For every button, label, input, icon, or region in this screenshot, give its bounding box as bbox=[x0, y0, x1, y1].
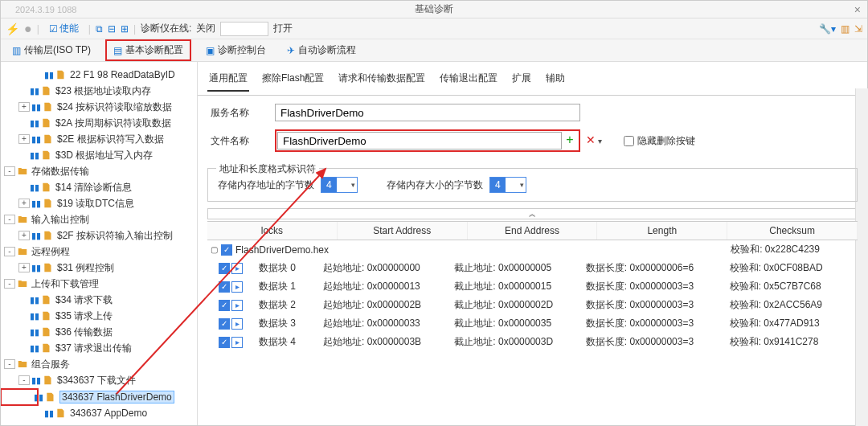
column-header[interactable]: End Address bbox=[468, 222, 598, 240]
layout-icon-2[interactable]: ⊟ bbox=[108, 23, 116, 35]
subtab[interactable]: 通用配置 bbox=[207, 70, 249, 92]
tree-label: $34 请求下载 bbox=[55, 293, 113, 307]
content-panel: 通用配置擦除Flash配置请求和传输数据配置传输退出配置扩展辅助 服务名称 文件… bbox=[198, 62, 867, 425]
tree-item[interactable]: -组合服务 bbox=[1, 356, 197, 372]
tree-item[interactable]: ▮▮$35 请求上传 bbox=[1, 308, 197, 324]
tree-item[interactable]: +▮▮$19 读取DTC信息 bbox=[1, 195, 197, 211]
expand-icon[interactable]: + bbox=[18, 231, 30, 240]
file-icon bbox=[41, 310, 52, 322]
tree-item[interactable]: +▮▮$24 按标识符读取缩放数据 bbox=[1, 99, 197, 115]
column-header[interactable]: Checksum bbox=[727, 222, 858, 240]
tree-item[interactable]: -存储数据传输 bbox=[1, 163, 197, 179]
expand-icon[interactable]: + bbox=[18, 263, 30, 272]
data-block-row[interactable]: ✓▸数据块 1起始地址: 0x00000013截止地址: 0x00000015数… bbox=[207, 277, 858, 296]
file-icon bbox=[41, 150, 52, 161]
tree-item[interactable]: ▮▮22 F1 98 ReadDataByID bbox=[1, 67, 197, 83]
tab-console[interactable]: ▣诊断控制台 bbox=[199, 41, 272, 59]
bolt-icon[interactable]: ⚡ bbox=[6, 23, 19, 35]
tree-item[interactable]: ▮▮343637 AppDemo bbox=[1, 405, 197, 421]
data-block-row[interactable]: ✓▸数据块 2起始地址: 0x0000002B截止地址: 0x0000002D数… bbox=[207, 296, 858, 314]
grid-header: locksStart AddressEnd AddressLengthCheck… bbox=[207, 222, 858, 240]
expand-icon[interactable]: + bbox=[18, 134, 30, 144]
folder-icon bbox=[17, 166, 28, 177]
tree-item[interactable]: ▮▮$23 根据地址读取内存 bbox=[1, 83, 197, 99]
subtab[interactable]: 请求和传输数据配置 bbox=[337, 70, 427, 92]
tree-item[interactable]: -远程例程 bbox=[1, 244, 197, 260]
tree-item[interactable]: +▮▮$2E 根据标识符写入数据 bbox=[1, 131, 197, 147]
file-name-input[interactable] bbox=[277, 132, 562, 150]
doc-icon[interactable]: ▥ bbox=[841, 23, 850, 35]
config-subtabs: 通用配置擦除Flash配置请求和传输数据配置传输退出配置扩展辅助 bbox=[198, 67, 867, 96]
column-header[interactable]: Start Address bbox=[338, 222, 468, 240]
tree-item[interactable]: +▮▮$2F 按标识符输入输出控制 bbox=[1, 227, 197, 244]
tree-item[interactable]: ▮▮$37 请求退出传输 bbox=[1, 340, 197, 356]
tree-item[interactable]: -输入输出控制 bbox=[1, 211, 197, 227]
addr-len-group: 地址和长度格式标识符 存储内存地址的字节数 4▾ 存储内存大小的字节数 4▾ bbox=[207, 168, 858, 202]
file-dropdown-icon[interactable]: ▾ bbox=[598, 137, 609, 145]
layout-icon-3[interactable]: ⊞ bbox=[121, 23, 129, 35]
tree-item[interactable]: ▮▮$14 清除诊断信息 bbox=[1, 179, 197, 195]
size-bytes-select[interactable]: 4▾ bbox=[489, 177, 526, 193]
remove-file-icon[interactable]: ✕ bbox=[583, 133, 598, 148]
wrench-icon[interactable]: 🔧▾ bbox=[819, 23, 836, 35]
expand-icon[interactable]: + bbox=[18, 102, 30, 112]
data-block-row[interactable]: ✓▸数据块 0起始地址: 0x00000000截止地址: 0x00000005数… bbox=[207, 259, 858, 277]
data-block-row[interactable]: ✓▸数据块 3起始地址: 0x00000033截止地址: 0x00000035数… bbox=[207, 314, 858, 333]
subtab[interactable]: 传输退出配置 bbox=[438, 70, 499, 92]
file-icon bbox=[41, 85, 52, 96]
enable-button[interactable]: ☑使能 bbox=[44, 20, 84, 37]
tab-auto-flow[interactable]: ✈自动诊断流程 bbox=[280, 41, 362, 59]
tree-item[interactable]: -▮▮$343637 下载文件 bbox=[1, 372, 197, 388]
column-header[interactable]: locks bbox=[207, 222, 338, 240]
data-block-row[interactable]: ✓▸数据块 4起始地址: 0x0000003B截止地址: 0x0000003D数… bbox=[207, 333, 858, 351]
file-icon bbox=[43, 262, 54, 273]
subtab[interactable]: 擦除Flash配置 bbox=[260, 70, 326, 92]
status-input[interactable] bbox=[220, 22, 268, 36]
tree-label: $2E 根据标识符写入数据 bbox=[57, 133, 164, 146]
expand-icon[interactable]: - bbox=[4, 247, 15, 256]
file-icon bbox=[55, 69, 67, 80]
expand-icon[interactable]: - bbox=[4, 166, 15, 176]
tree-item[interactable]: ▮▮$3D 根据地址写入内存 bbox=[1, 147, 197, 163]
tab-transport[interactable]: ▥传输层(ISO TP) bbox=[6, 41, 97, 59]
tree-label: 组合服务 bbox=[31, 358, 70, 371]
subtab[interactable]: 扩展 bbox=[510, 70, 533, 92]
tree-sidebar[interactable]: ▮▮22 F1 98 ReadDataByID▮▮$23 根据地址读取内存+▮▮… bbox=[1, 62, 198, 425]
file-icon bbox=[43, 375, 54, 386]
tab-basic-config[interactable]: ▤基本诊断配置 bbox=[105, 39, 191, 61]
hide-delete-checkbox[interactable]: 隐藏删除按键 bbox=[624, 134, 695, 148]
file-icon bbox=[43, 198, 54, 209]
tree-label: $35 请求上传 bbox=[55, 309, 113, 323]
service-name-input[interactable] bbox=[275, 104, 580, 121]
subtab[interactable]: 辅助 bbox=[544, 70, 567, 92]
addr-bytes-select[interactable]: 4▾ bbox=[321, 177, 358, 193]
module-toolbar: ▥传输层(ISO TP) ▤基本诊断配置 ▣诊断控制台 ✈自动诊断流程 bbox=[1, 39, 867, 62]
tree-item[interactable]: ▮▮$34 请求下载 bbox=[1, 292, 197, 308]
expand-icon[interactable]: - bbox=[18, 375, 30, 385]
size-bytes-label: 存储内存大小的字节数 bbox=[387, 178, 483, 192]
open-button[interactable]: 打开 bbox=[273, 22, 293, 35]
tree-item[interactable]: ▮▮$36 传输数据 bbox=[1, 324, 197, 340]
expand-icon[interactable]: - bbox=[4, 359, 15, 369]
expand-icon[interactable]: + bbox=[18, 199, 30, 208]
expand-icon[interactable]: - bbox=[4, 279, 15, 289]
layout-icon-1[interactable]: ⧉ bbox=[96, 23, 103, 35]
column-header[interactable]: Length bbox=[597, 222, 727, 240]
expand-icon[interactable]: - bbox=[4, 215, 15, 224]
close-icon[interactable]: × bbox=[854, 3, 861, 16]
tree-label: $36 传输数据 bbox=[55, 326, 113, 339]
window-title: 基础诊断 bbox=[415, 2, 453, 16]
tree-item[interactable]: ▮▮343637 FlashDriverDemo bbox=[1, 389, 38, 405]
collapse-toggle[interactable]: ︽ bbox=[207, 208, 858, 219]
folder-icon bbox=[17, 246, 28, 257]
tree-label: $3D 根据地址写入内存 bbox=[55, 149, 153, 162]
file-row[interactable]: ▢ ✓ FlashDriverDemo.hex校验和: 0x228C4239 bbox=[207, 240, 858, 259]
add-file-icon[interactable]: + bbox=[562, 133, 578, 149]
tree-item[interactable]: -上传和下载管理 bbox=[1, 276, 197, 292]
folder-icon bbox=[17, 214, 28, 225]
file-icon bbox=[43, 230, 54, 241]
export-icon[interactable]: ⇲ bbox=[854, 23, 862, 35]
tree-item[interactable]: ▮▮$2A 按周期标识符读取数据 bbox=[1, 115, 197, 131]
tree-item[interactable]: +▮▮$31 例程控制 bbox=[1, 260, 197, 276]
dot-icon[interactable]: ● bbox=[24, 22, 32, 36]
